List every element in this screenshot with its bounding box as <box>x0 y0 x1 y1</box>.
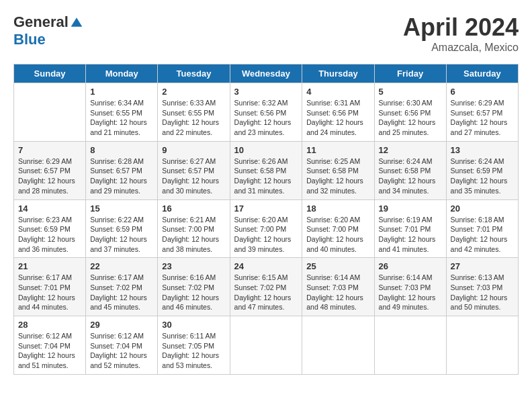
day-info: Sunrise: 6:23 AMSunset: 6:59 PMDaylight:… <box>18 215 81 255</box>
col-tuesday: Tuesday <box>158 64 230 83</box>
location-title: Amazcala, Mexico <box>403 42 519 54</box>
day-info: Sunrise: 6:17 AMSunset: 7:01 PMDaylight:… <box>18 273 81 312</box>
day-number: 6 <box>451 87 514 97</box>
calendar-cell: 5Sunrise: 6:30 AMSunset: 6:56 PMDaylight… <box>374 83 446 142</box>
calendar-cell: 20Sunrise: 6:18 AMSunset: 7:01 PMDayligh… <box>446 199 518 258</box>
day-number: 2 <box>162 87 225 97</box>
day-number: 13 <box>451 145 514 155</box>
day-info: Sunrise: 6:29 AMSunset: 6:57 PMDaylight:… <box>451 98 514 138</box>
calendar-cell: 23Sunrise: 6:16 AMSunset: 7:02 PMDayligh… <box>158 258 230 316</box>
calendar-cell: 17Sunrise: 6:20 AMSunset: 7:00 PMDayligh… <box>230 199 302 258</box>
calendar-cell <box>374 316 446 375</box>
calendar-cell: 26Sunrise: 6:14 AMSunset: 7:03 PMDayligh… <box>374 258 446 316</box>
calendar-cell: 2Sunrise: 6:33 AMSunset: 6:55 PMDaylight… <box>158 83 230 142</box>
col-wednesday: Wednesday <box>230 64 302 83</box>
day-number: 4 <box>306 87 369 97</box>
day-info: Sunrise: 6:20 AMSunset: 7:00 PMDaylight:… <box>234 215 298 255</box>
calendar-cell: 10Sunrise: 6:26 AMSunset: 6:58 PMDayligh… <box>230 141 302 199</box>
calendar-week-2: 14Sunrise: 6:23 AMSunset: 6:59 PMDayligh… <box>14 199 519 258</box>
calendar-cell: 3Sunrise: 6:32 AMSunset: 6:56 PMDaylight… <box>230 83 302 142</box>
col-saturday: Saturday <box>446 64 518 83</box>
day-info: Sunrise: 6:32 AMSunset: 6:56 PMDaylight:… <box>234 98 298 138</box>
month-title: April 2024 <box>403 13 519 42</box>
calendar-cell: 14Sunrise: 6:23 AMSunset: 6:59 PMDayligh… <box>14 199 86 258</box>
day-number: 30 <box>162 320 225 330</box>
day-number: 16 <box>162 203 225 214</box>
calendar-cell: 29Sunrise: 6:12 AMSunset: 7:04 PMDayligh… <box>86 316 158 375</box>
day-number: 23 <box>162 261 225 271</box>
day-number: 27 <box>451 261 514 271</box>
calendar-week-1: 7Sunrise: 6:29 AMSunset: 6:57 PMDaylight… <box>14 141 519 199</box>
col-monday: Monday <box>86 64 158 83</box>
calendar-cell: 8Sunrise: 6:28 AMSunset: 6:57 PMDaylight… <box>86 141 158 199</box>
day-info: Sunrise: 6:24 AMSunset: 6:58 PMDaylight:… <box>379 156 442 196</box>
day-info: Sunrise: 6:28 AMSunset: 6:57 PMDaylight:… <box>90 156 153 196</box>
calendar-week-0: 1Sunrise: 6:34 AMSunset: 6:55 PMDaylight… <box>14 83 519 142</box>
day-number: 1 <box>90 87 153 97</box>
day-info: Sunrise: 6:20 AMSunset: 7:00 PMDaylight:… <box>306 215 369 255</box>
day-info: Sunrise: 6:24 AMSunset: 6:59 PMDaylight:… <box>451 156 514 196</box>
calendar-cell: 25Sunrise: 6:14 AMSunset: 7:03 PMDayligh… <box>302 258 374 316</box>
day-info: Sunrise: 6:17 AMSunset: 7:02 PMDaylight:… <box>90 273 153 312</box>
day-number: 28 <box>18 320 81 330</box>
calendar-cell: 9Sunrise: 6:27 AMSunset: 6:57 PMDaylight… <box>158 141 230 199</box>
day-info: Sunrise: 6:31 AMSunset: 6:56 PMDaylight:… <box>306 98 369 138</box>
day-info: Sunrise: 6:34 AMSunset: 6:55 PMDaylight:… <box>90 98 153 138</box>
calendar-cell: 19Sunrise: 6:19 AMSunset: 7:01 PMDayligh… <box>374 199 446 258</box>
calendar-cell: 1Sunrise: 6:34 AMSunset: 6:55 PMDaylight… <box>86 83 158 142</box>
day-info: Sunrise: 6:19 AMSunset: 7:01 PMDaylight:… <box>379 215 442 255</box>
calendar-cell <box>230 316 302 375</box>
calendar-cell: 27Sunrise: 6:13 AMSunset: 7:03 PMDayligh… <box>446 258 518 316</box>
day-number: 8 <box>90 145 153 155</box>
page-header: General Blue April 2024 Amazcala, Mexico <box>13 13 519 54</box>
header-row: Sunday Monday Tuesday Wednesday Thursday… <box>14 64 519 83</box>
day-number: 7 <box>18 145 81 155</box>
calendar-cell <box>14 83 86 142</box>
logo: General Blue <box>13 13 83 48</box>
col-thursday: Thursday <box>302 64 374 83</box>
day-number: 15 <box>90 203 153 214</box>
calendar-cell: 13Sunrise: 6:24 AMSunset: 6:59 PMDayligh… <box>446 141 518 199</box>
day-number: 17 <box>234 203 298 214</box>
title-area: April 2024 Amazcala, Mexico <box>403 13 519 54</box>
calendar-cell: 30Sunrise: 6:11 AMSunset: 7:05 PMDayligh… <box>158 316 230 375</box>
day-info: Sunrise: 6:11 AMSunset: 7:05 PMDaylight:… <box>162 331 225 371</box>
logo-blue-text: Blue <box>13 31 46 48</box>
col-friday: Friday <box>374 64 446 83</box>
day-info: Sunrise: 6:33 AMSunset: 6:55 PMDaylight:… <box>162 98 225 138</box>
col-sunday: Sunday <box>14 64 86 83</box>
calendar-cell <box>302 316 374 375</box>
day-number: 21 <box>18 261 81 271</box>
day-info: Sunrise: 6:12 AMSunset: 7:04 PMDaylight:… <box>90 331 153 371</box>
day-number: 26 <box>379 261 442 271</box>
day-info: Sunrise: 6:15 AMSunset: 7:02 PMDaylight:… <box>234 273 298 312</box>
calendar-table: Sunday Monday Tuesday Wednesday Thursday… <box>13 64 519 375</box>
calendar-cell <box>446 316 518 375</box>
day-info: Sunrise: 6:30 AMSunset: 6:56 PMDaylight:… <box>379 98 442 138</box>
calendar-cell: 4Sunrise: 6:31 AMSunset: 6:56 PMDaylight… <box>302 83 374 142</box>
day-number: 22 <box>90 261 153 271</box>
logo-icon <box>70 15 83 29</box>
calendar-cell: 22Sunrise: 6:17 AMSunset: 7:02 PMDayligh… <box>86 258 158 316</box>
day-number: 25 <box>306 261 369 271</box>
calendar-cell: 21Sunrise: 6:17 AMSunset: 7:01 PMDayligh… <box>14 258 86 316</box>
calendar-cell: 11Sunrise: 6:25 AMSunset: 6:58 PMDayligh… <box>302 141 374 199</box>
day-number: 10 <box>234 145 298 155</box>
calendar-cell: 28Sunrise: 6:12 AMSunset: 7:04 PMDayligh… <box>14 316 86 375</box>
calendar-cell: 24Sunrise: 6:15 AMSunset: 7:02 PMDayligh… <box>230 258 302 316</box>
day-info: Sunrise: 6:12 AMSunset: 7:04 PMDaylight:… <box>18 331 81 371</box>
day-info: Sunrise: 6:16 AMSunset: 7:02 PMDaylight:… <box>162 273 225 312</box>
calendar-cell: 7Sunrise: 6:29 AMSunset: 6:57 PMDaylight… <box>14 141 86 199</box>
day-info: Sunrise: 6:26 AMSunset: 6:58 PMDaylight:… <box>234 156 298 196</box>
day-info: Sunrise: 6:14 AMSunset: 7:03 PMDaylight:… <box>306 273 369 312</box>
day-info: Sunrise: 6:25 AMSunset: 6:58 PMDaylight:… <box>306 156 369 196</box>
logo-general-text: General <box>13 13 69 31</box>
calendar-cell: 18Sunrise: 6:20 AMSunset: 7:00 PMDayligh… <box>302 199 374 258</box>
day-number: 18 <box>306 203 369 214</box>
day-info: Sunrise: 6:27 AMSunset: 6:57 PMDaylight:… <box>162 156 225 196</box>
day-info: Sunrise: 6:13 AMSunset: 7:03 PMDaylight:… <box>451 273 514 312</box>
calendar-cell: 15Sunrise: 6:22 AMSunset: 6:59 PMDayligh… <box>86 199 158 258</box>
day-info: Sunrise: 6:29 AMSunset: 6:57 PMDaylight:… <box>18 156 81 196</box>
day-number: 12 <box>379 145 442 155</box>
day-info: Sunrise: 6:14 AMSunset: 7:03 PMDaylight:… <box>379 273 442 312</box>
